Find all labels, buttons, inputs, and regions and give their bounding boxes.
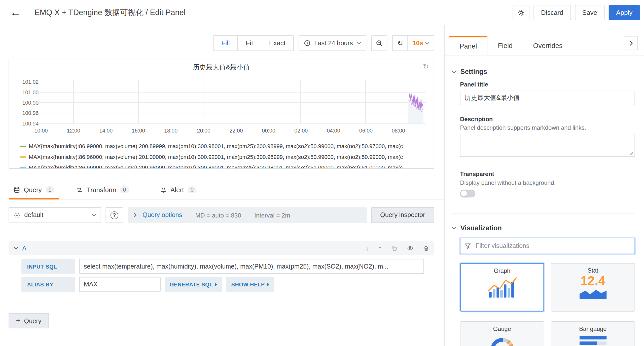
delete-query-button[interactable] xyxy=(423,245,429,251)
move-query-down-button[interactable]: ↓ xyxy=(366,244,369,252)
description-field[interactable] xyxy=(460,134,635,157)
refresh-interval-button[interactable]: 10s xyxy=(408,36,434,51)
visualization-section-header[interactable]: Visualization xyxy=(451,224,502,232)
alias-by-label: ALIAS BY xyxy=(21,277,75,292)
chevron-right-icon xyxy=(629,40,633,46)
legend-item[interactable]: MAX{max(humidity):86.99000, max(volume):… xyxy=(20,142,432,150)
input-sql-field[interactable] xyxy=(79,259,424,274)
viz-card-stat[interactable]: Stat 12.4 xyxy=(551,263,635,312)
options-tabbar: Panel Field Overrides xyxy=(445,36,644,56)
chevron-right-icon xyxy=(133,213,137,218)
tab-query[interactable]: Query 1 xyxy=(9,181,59,199)
chevron-down-icon xyxy=(92,213,96,217)
show-help-button[interactable]: SHOW HELP xyxy=(226,277,274,292)
generate-sql-button[interactable]: GENERATE SQL xyxy=(165,277,222,292)
max-data-points-info: MD = auto = 830 xyxy=(195,211,241,219)
collapse-options-button[interactable] xyxy=(624,36,638,50)
resize-grip-icon[interactable] xyxy=(629,151,633,156)
generate-sql-label: GENERATE SQL xyxy=(170,281,213,287)
show-help-label: SHOW HELP xyxy=(231,281,265,287)
x-axis-tick: 04:00 xyxy=(323,128,344,134)
eye-icon xyxy=(407,245,414,251)
x-axis-tick: 00:00 xyxy=(258,128,279,134)
panel-settings-button[interactable] xyxy=(513,5,529,20)
save-button[interactable]: Save xyxy=(575,5,604,20)
query-options-bar: Query options MD = auto = 830 Interval =… xyxy=(128,207,367,223)
page-title: EMQ X + TDengine 数据可视化 / Edit Panel xyxy=(34,7,186,18)
legend-color-dash xyxy=(20,146,26,147)
discard-button[interactable]: Discard xyxy=(534,5,571,20)
settings-section-header[interactable]: Settings xyxy=(451,68,487,75)
x-axis-tick: 18:00 xyxy=(161,128,181,134)
grafana-edit-panel: ← EMQ X + TDengine 数据可视化 / Edit Panel Di… xyxy=(0,0,644,346)
exact-mode-button[interactable]: Exact xyxy=(261,36,293,51)
viz-card-graph[interactable]: Graph xyxy=(460,263,544,312)
tab-alert[interactable]: Alert 0 xyxy=(155,181,201,199)
chevron-down-icon xyxy=(356,41,361,45)
viz-card-label: Bar gauge xyxy=(579,325,606,332)
refresh-picker: ↻ 10s xyxy=(392,35,434,51)
editor-tabs: Query 1 Transform 0 Alert xyxy=(9,181,444,199)
legend-series-label: MAX{max(humidity):86.99000, max(volume):… xyxy=(29,143,403,149)
header-actions: Discard Save Apply xyxy=(513,5,640,20)
apply-button[interactable]: Apply xyxy=(609,5,640,20)
options-pane: Panel Field Overrides Settings xyxy=(444,25,644,346)
fill-mode-button[interactable]: Fill xyxy=(213,36,237,51)
run-query-button[interactable]: ↻ xyxy=(393,36,408,51)
viz-card-label: Graph xyxy=(494,268,511,274)
tab-panel[interactable]: Panel xyxy=(449,36,488,56)
viz-card-gauge[interactable]: Gauge xyxy=(460,321,544,346)
pane-size-switch: Fill Fit Exact xyxy=(213,35,294,51)
alias-by-field[interactable] xyxy=(79,277,161,292)
tab-field[interactable]: Field xyxy=(488,36,523,55)
datasource-picker[interactable]: default xyxy=(9,207,101,223)
chevron-down-icon xyxy=(14,246,19,250)
legend-item[interactable]: MAX{max(humidity):86.99000, max(volume):… xyxy=(20,164,432,169)
toggle-knob xyxy=(461,190,467,196)
datasource-help-button[interactable]: ? xyxy=(105,207,123,223)
zoom-out-button[interactable] xyxy=(371,35,387,51)
query-inspector-button[interactable]: Query inspector xyxy=(371,207,434,223)
active-tab-underline xyxy=(9,198,59,199)
transparent-toggle[interactable] xyxy=(460,190,475,197)
viz-filter-input[interactable] xyxy=(475,242,630,250)
back-arrow-icon: ← xyxy=(10,6,21,19)
fit-mode-button[interactable]: Fit xyxy=(238,36,261,51)
panel-title-field[interactable] xyxy=(460,91,635,105)
transform-icon xyxy=(77,187,83,193)
x-axis-tick: 08:00 xyxy=(388,128,409,134)
alert-count-badge: 0 xyxy=(188,186,196,193)
bar-gauge-viz-icon xyxy=(579,335,606,346)
legend-color-dash xyxy=(20,167,26,168)
viz-card-bar-gauge[interactable]: Bar gauge xyxy=(551,321,635,346)
refresh-interval-label: 10s xyxy=(413,39,423,47)
x-axis-tick: 20:00 xyxy=(193,128,214,134)
timeseries-plot[interactable] xyxy=(33,80,426,127)
add-query-button[interactable]: + Query xyxy=(9,313,49,328)
legend-color-dash xyxy=(20,156,26,157)
time-range-picker[interactable]: Last 24 hours xyxy=(299,35,366,51)
duplicate-query-button[interactable] xyxy=(391,245,397,251)
time-range-label: Last 24 hours xyxy=(314,39,353,47)
description-label: Description xyxy=(460,116,635,122)
query-editor-body: INPUT SQL ALIAS BY GENERATE SQL SHOW HEL… xyxy=(9,255,434,292)
x-axis-tick: 14:00 xyxy=(96,128,116,134)
toggle-query-visibility-button[interactable] xyxy=(407,245,414,251)
panel-title-label: Panel title xyxy=(460,81,635,88)
datasource-row: default ? Query options MD = auto = 830 … xyxy=(9,207,434,223)
query-options-toggle[interactable]: Query options xyxy=(142,211,182,219)
tab-transform[interactable]: Transform 0 xyxy=(71,181,134,199)
query-row-header[interactable]: A ↓ ↑ xyxy=(9,241,434,255)
x-axis-tick: 22:00 xyxy=(226,128,246,134)
move-query-up-button[interactable]: ↑ xyxy=(378,244,382,252)
settings-section-title: Settings xyxy=(460,68,487,75)
query-count-badge: 1 xyxy=(45,186,54,193)
legend-item[interactable]: MAX{max(humidity):86.96000, max(volume):… xyxy=(20,153,432,160)
viz-grid: Graph Stat xyxy=(460,263,635,346)
chevron-down-icon xyxy=(425,42,429,45)
gauge-viz-icon xyxy=(489,335,516,346)
tab-transform-label: Transform xyxy=(87,186,116,193)
back-button[interactable]: ← xyxy=(7,4,25,22)
tab-overrides[interactable]: Overrides xyxy=(523,36,573,55)
panel-preview[interactable]: 历史最大值&最小值 ↻ 101.02 101.00 100.98 100.96 … xyxy=(9,59,434,168)
